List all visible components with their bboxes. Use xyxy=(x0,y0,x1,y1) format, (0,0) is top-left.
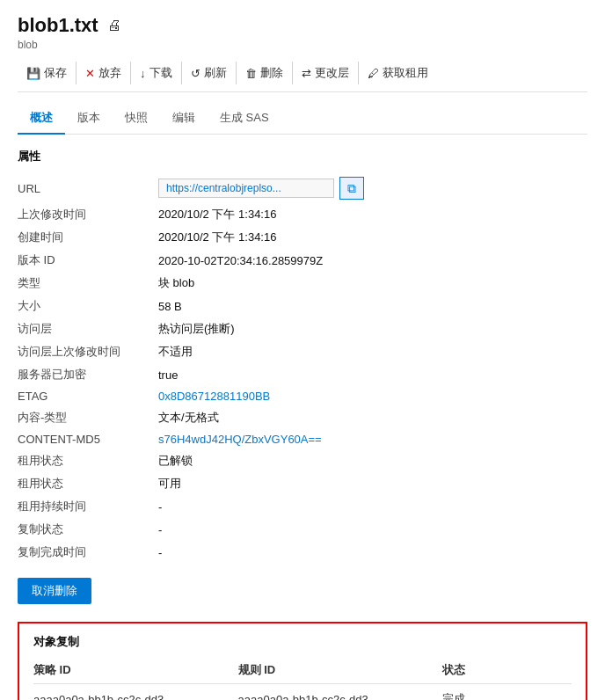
property-key-url: URL xyxy=(18,173,158,203)
download-button[interactable]: ↓ 下载 xyxy=(131,62,182,84)
toolbar: 💾 保存 ✕ 放弃 ↓ 下载 ↺ 刷新 🗑 删除 ⇄ 更改层 🖊 获取租用 xyxy=(18,62,587,92)
property-key-server-encrypted: 服务器已加密 xyxy=(18,363,158,386)
or-col-policy-id: 策略 ID xyxy=(33,659,238,684)
tab-versions[interactable]: 版本 xyxy=(65,103,113,135)
property-url: URL https://centralobjreplso... ⧉ xyxy=(18,173,587,203)
property-key-etag: ETAG xyxy=(18,386,158,406)
property-key-replication-status: 复制状态 xyxy=(18,518,158,541)
tab-generate-sas[interactable]: 生成 SAS xyxy=(208,103,281,135)
tab-snapshot[interactable]: 快照 xyxy=(113,103,160,135)
property-value-etag: 0x8D86712881190BB xyxy=(158,386,587,406)
change-tier-icon: ⇄ xyxy=(302,67,311,80)
print-icon[interactable]: 🖨 xyxy=(107,18,121,33)
property-value-url: https://centralobjreplso... ⧉ xyxy=(158,173,587,203)
discard-icon: ✕ xyxy=(85,67,95,80)
object-replication-title: 对象复制 xyxy=(33,634,572,650)
change-tier-button[interactable]: ⇄ 更改层 xyxy=(293,62,359,84)
tab-edit[interactable]: 编辑 xyxy=(160,103,208,135)
property-key-lease-state: 租用状态 xyxy=(18,472,158,495)
acquire-lease-icon: 🖊 xyxy=(368,67,379,80)
property-value-version-id: 2020-10-02T20:34:16.2859979Z xyxy=(158,249,587,272)
page-header: blob1.txt 🖨 xyxy=(18,14,587,37)
tab-overview[interactable]: 概述 xyxy=(18,103,65,135)
property-replication-status: 复制状态 - xyxy=(18,518,587,541)
property-value-size: 58 B xyxy=(158,295,587,317)
object-replication-section: 对象复制 策略 ID 规则 ID 状态 aaaa0a0a-bb1b-cc2c-d… xyxy=(18,622,587,700)
save-button[interactable]: 💾 保存 xyxy=(18,62,77,84)
property-key-type: 类型 xyxy=(18,272,158,295)
property-key-access-tier: 访问层 xyxy=(18,317,158,340)
download-label: 下载 xyxy=(149,65,172,81)
properties-table: URL https://centralobjreplso... ⧉ 上次修改时间… xyxy=(18,173,587,564)
property-value-replication-status: - xyxy=(158,518,587,541)
save-icon: 💾 xyxy=(26,67,40,80)
url-input[interactable]: https://centralobjreplso... xyxy=(158,179,334,198)
property-value-last-modified: 2020/10/2 下午 1:34:16 xyxy=(158,203,587,226)
refresh-icon: ↺ xyxy=(191,67,200,80)
save-label: 保存 xyxy=(44,65,67,81)
refresh-button[interactable]: ↺ 刷新 xyxy=(182,62,237,84)
property-content-type: 内容-类型 文本/无格式 xyxy=(18,406,587,429)
property-access-tier-modified: 访问层上次修改时间 不适用 xyxy=(18,340,587,363)
property-last-modified: 上次修改时间 2020/10/2 下午 1:34:16 xyxy=(18,203,587,226)
copy-url-button[interactable]: ⧉ xyxy=(339,177,364,200)
property-lease-state: 租用状态 可用 xyxy=(18,472,587,495)
discard-button[interactable]: ✕ 放弃 xyxy=(77,62,131,84)
acquire-lease-label: 获取租用 xyxy=(383,65,428,81)
property-key-replication-complete-time: 复制完成时间 xyxy=(18,541,158,564)
property-server-encrypted: 服务器已加密 true xyxy=(18,363,587,386)
or-col-rule-id: 规则 ID xyxy=(238,659,443,684)
property-access-tier: 访问层 热访问层(推断) xyxy=(18,317,587,340)
property-lease-duration: 租用持续时间 - xyxy=(18,495,587,518)
page-title: blob1.txt xyxy=(18,14,98,37)
or-table-row: aaaa0a0a-bb1b-cc2c-dd3... aaaa0a0a-bb1b-… xyxy=(33,684,572,701)
acquire-lease-button[interactable]: 🖊 获取租用 xyxy=(359,62,437,84)
property-value-lease-duration: - xyxy=(158,495,587,518)
cancel-delete-button[interactable]: 取消删除 xyxy=(18,578,91,604)
property-key-last-modified: 上次修改时间 xyxy=(18,203,158,226)
property-key-lease-duration: 租用持续时间 xyxy=(18,495,158,518)
property-version-id: 版本 ID 2020-10-02T20:34:16.2859979Z xyxy=(18,249,587,272)
or-policy-id: aaaa0a0a-bb1b-cc2c-dd3... xyxy=(33,684,238,701)
property-type: 类型 块 blob xyxy=(18,272,587,295)
content-md5-link[interactable]: s76H4wdJ42HQ/ZbxVGY60A== xyxy=(158,433,322,446)
object-replication-table: 策略 ID 规则 ID 状态 aaaa0a0a-bb1b-cc2c-dd3...… xyxy=(33,659,572,700)
delete-icon: 🗑 xyxy=(245,67,257,80)
property-value-created-time: 2020/10/2 下午 1:34:16 xyxy=(158,226,587,249)
discard-label: 放弃 xyxy=(98,65,121,81)
property-content-md5: CONTENT-MD5 s76H4wdJ42HQ/ZbxVGY60A== xyxy=(18,429,587,449)
property-key-access-tier-modified: 访问层上次修改时间 xyxy=(18,340,158,363)
property-key-content-type: 内容-类型 xyxy=(18,406,158,429)
property-key-content-md5: CONTENT-MD5 xyxy=(18,429,158,449)
section-title: 属性 xyxy=(18,149,587,164)
delete-label: 删除 xyxy=(260,65,283,81)
or-table-header: 策略 ID 规则 ID 状态 xyxy=(33,659,572,684)
page-subtitle: blob xyxy=(18,39,587,51)
delete-button[interactable]: 🗑 删除 xyxy=(237,62,293,84)
property-lease-status: 租用状态 已解锁 xyxy=(18,449,587,472)
property-value-content-md5: s76H4wdJ42HQ/ZbxVGY60A== xyxy=(158,429,587,449)
property-created-time: 创建时间 2020/10/2 下午 1:34:16 xyxy=(18,226,587,249)
property-value-replication-complete-time: - xyxy=(158,541,587,564)
property-value-access-tier-modified: 不适用 xyxy=(158,340,587,363)
or-status: 完成 xyxy=(442,684,572,701)
property-value-type: 块 blob xyxy=(158,272,587,295)
property-replication-complete-time: 复制完成时间 - xyxy=(18,541,587,564)
change-tier-label: 更改层 xyxy=(315,65,349,81)
etag-link[interactable]: 0x8D86712881190BB xyxy=(158,390,270,403)
property-value-server-encrypted: true xyxy=(158,363,587,386)
property-value-lease-status: 已解锁 xyxy=(158,449,587,472)
or-rule-id: aaaa0a0a-bb1b-cc2c-dd3... xyxy=(238,684,443,701)
property-value-access-tier: 热访问层(推断) xyxy=(158,317,587,340)
refresh-label: 刷新 xyxy=(204,65,227,81)
property-size: 大小 58 B xyxy=(18,295,587,317)
tab-bar: 概述 版本 快照 编辑 生成 SAS xyxy=(18,103,587,135)
property-key-lease-status: 租用状态 xyxy=(18,449,158,472)
property-etag: ETAG 0x8D86712881190BB xyxy=(18,386,587,406)
property-key-created-time: 创建时间 xyxy=(18,226,158,249)
property-key-size: 大小 xyxy=(18,295,158,317)
download-icon: ↓ xyxy=(140,67,146,80)
property-value-lease-state: 可用 xyxy=(158,472,587,495)
property-value-content-type: 文本/无格式 xyxy=(158,406,587,429)
property-key-version-id: 版本 ID xyxy=(18,249,158,272)
